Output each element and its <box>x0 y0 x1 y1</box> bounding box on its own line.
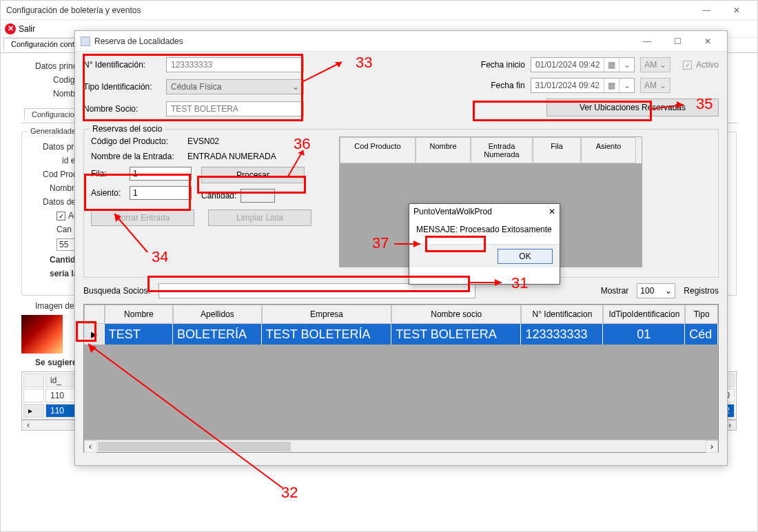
modal-title: Reserva de Localidades <box>94 37 632 46</box>
gh-nombre-socio[interactable]: Nombre socio <box>391 305 521 324</box>
nombre-socio-label: Nombre Socio: <box>83 104 161 114</box>
modal-minimize-icon[interactable]: — <box>632 32 662 50</box>
reservas-legend: Reservas del socio <box>90 124 165 134</box>
codigo-producto-value: EVSN02 <box>187 136 219 146</box>
event-thumbnail <box>21 315 63 354</box>
grid-body-empty <box>84 345 718 440</box>
n-ident-input[interactable]: 123333333 <box>166 57 304 72</box>
modal-close-icon[interactable]: ✕ <box>693 32 723 50</box>
tab-config-cont[interactable]: Configuración cont <box>3 38 82 50</box>
gh-apellidos[interactable]: Apellidos <box>173 305 262 324</box>
ub-th-entrada: Entrada Numerada <box>471 137 533 163</box>
mostrar-select[interactable]: 100⌄ <box>637 283 675 298</box>
gh-rowhdr <box>84 305 105 324</box>
chevron-down-icon: ⌄ <box>659 81 666 90</box>
tipo-ident-value: Cédula Física <box>171 82 221 92</box>
limpiar-lista-button: Limpiar Lista <box>208 209 311 226</box>
chevron-down-icon[interactable]: ⌄ <box>619 79 634 92</box>
fecha-fin-value: 31/01/2024 09:42 <box>531 81 604 90</box>
can-label: Can <box>57 225 72 234</box>
fecha-inicio-ampm[interactable]: AM⌄ <box>640 57 670 72</box>
nombre-entrada-value: ENTRADA NUMERADA <box>187 152 276 161</box>
activo-label: Activo <box>696 60 719 70</box>
minimize-icon[interactable]: — <box>691 1 721 19</box>
modal-titlebar: Reserva de Localidades — ☐ ✕ <box>75 31 727 52</box>
ok-button[interactable]: OK <box>498 249 553 264</box>
asiento-label: Asiento: <box>91 188 125 198</box>
gc-empresa: TEST BOLETERÍA <box>262 324 391 345</box>
gc-nombre: TEST <box>105 324 173 345</box>
scroll-right-icon[interactable]: › <box>706 440 718 453</box>
message-title: PuntoVentaWolkProd <box>413 207 492 216</box>
chevron-down-icon[interactable]: ⌄ <box>619 58 634 72</box>
registros-label: Registros <box>684 286 719 296</box>
main-title: Configuración de boletería y eventos <box>6 6 691 15</box>
gc-nombre-socio: TEST BOLETERA <box>391 324 521 345</box>
busqueda-row: Busqueda Socios: Mostrar 100⌄ Registros <box>83 283 719 298</box>
fecha-inicio-label: Fecha inicio <box>475 60 525 70</box>
activo-check: ✓ Activo <box>683 60 719 70</box>
app-icon <box>81 37 90 46</box>
message-close-icon[interactable]: ✕ <box>549 207 555 216</box>
fecha-fin-input[interactable]: 31/01/2024 09:42 ▦ ⌄ <box>531 78 635 93</box>
ub-th-cod: Cod Producto <box>340 137 416 163</box>
salir-label[interactable]: Salir <box>19 24 35 34</box>
grid-hscroll[interactable]: ‹ › <box>84 440 718 452</box>
nombre-socio-input[interactable]: TEST BOLETERA <box>166 101 304 116</box>
scroll-thumb[interactable] <box>98 442 291 451</box>
nombre-socio-value: TEST BOLETERA <box>171 104 238 114</box>
fecha-fin-label: Fecha fin <box>475 81 525 90</box>
gh-empresa[interactable]: Empresa <box>262 305 391 324</box>
message-dialog: PuntoVentaWolkProd ✕ MENSAJE: Procesado … <box>409 203 560 285</box>
ub-th-nombre: Nombre <box>416 137 471 163</box>
scroll-left-icon[interactable]: ‹ <box>84 440 96 453</box>
tipo-ident-label: Tipo Identificación: <box>83 82 161 92</box>
generalidades-legend: Generalidade <box>28 127 79 135</box>
ub-th-asiento: Asiento <box>581 137 636 163</box>
right-date-col: Fecha inicio 01/01/2024 09:42 ▦ ⌄ AM⌄ ✓ … <box>320 57 719 123</box>
modal-body: N° Identificación: 123333333 Tipo Identi… <box>75 52 727 465</box>
check-icon: ✓ <box>57 212 65 221</box>
fila-input[interactable]: 1 <box>130 167 192 181</box>
n-ident-label: N° Identificación: <box>83 60 161 70</box>
modal-maximize-icon[interactable]: ☐ <box>662 32 693 50</box>
tipo-ident-select[interactable]: Cédula Física ⌄ <box>166 79 304 94</box>
grid-row[interactable]: ▸ TEST BOLETERÍA TEST BOLETERÍA TEST BOL… <box>84 324 718 345</box>
gh-idtipo[interactable]: IdTipoIdentificacion <box>603 305 685 324</box>
gc-tipo: Céd <box>685 324 718 345</box>
asiento-input[interactable]: 1 <box>130 186 192 200</box>
scroll-track[interactable] <box>96 440 706 452</box>
reservas-left: Código del Producto:EVSN02 Nombre de la … <box>91 136 325 267</box>
gc-idtipo: 01 <box>603 324 685 345</box>
main-titlebar: Configuración de boletería y eventos — ✕ <box>1 1 757 20</box>
gh-ident[interactable]: N° Identificacion <box>521 305 603 324</box>
chevron-down-icon: ⌄ <box>292 82 299 92</box>
cantidad-label: Cantidad: <box>201 191 236 201</box>
message-text: MENSAJE: Procesado Exitosamente <box>409 219 560 244</box>
fecha-inicio-input[interactable]: 01/01/2024 09:42 ▦ ⌄ <box>531 57 635 72</box>
exit-icon: ✕ <box>5 23 16 34</box>
scroll-left-icon[interactable]: ‹ <box>23 420 33 430</box>
procesar-button[interactable]: Procesar <box>201 167 305 183</box>
fila-label: Fila: <box>91 169 125 178</box>
n-ident-value: 123333333 <box>171 60 212 70</box>
message-buttons: OK <box>409 244 560 267</box>
ver-ubicaciones-button[interactable]: Ver Ubicaciones Reservadas <box>546 99 719 116</box>
calendar-icon[interactable]: ▦ <box>604 79 619 92</box>
row-selector-icon[interactable]: ▸ <box>84 324 105 345</box>
gh-nombre[interactable]: Nombre <box>105 305 173 324</box>
close-icon[interactable]: ✕ <box>721 1 752 19</box>
busqueda-input[interactable] <box>158 283 475 298</box>
socios-grid: Nombre Apellidos Empresa Nombre socio N°… <box>83 304 719 453</box>
fecha-inicio-value: 01/01/2024 09:42 <box>531 60 604 70</box>
calendar-icon[interactable]: ▦ <box>604 58 619 72</box>
gh-tipo[interactable]: Tipo <box>685 305 718 324</box>
gc-apellidos: BOLETERÍA <box>173 324 262 345</box>
cantidad-input <box>240 189 275 203</box>
busqueda-label: Busqueda Socios: <box>83 286 150 296</box>
fecha-fin-ampm[interactable]: AM⌄ <box>640 78 670 93</box>
reserva-modal: Reserva de Localidades — ☐ ✕ N° Identifi… <box>74 30 728 466</box>
check-icon: ✓ <box>683 61 692 70</box>
borrar-entrada-button: Borrar Entrada <box>91 209 194 226</box>
chevron-down-icon: ⌄ <box>659 60 666 70</box>
